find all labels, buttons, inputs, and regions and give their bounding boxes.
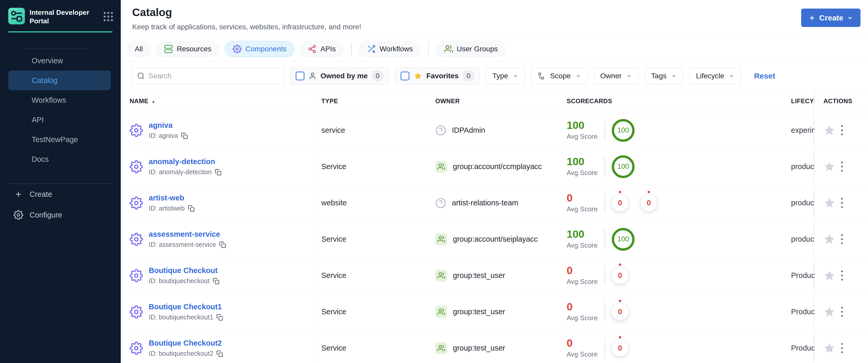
reset-filters-link[interactable]: Reset bbox=[754, 71, 775, 80]
favorite-star-icon[interactable] bbox=[824, 124, 835, 137]
component-name-link[interactable]: agniva bbox=[149, 121, 188, 130]
lifecycle-filter-dropdown[interactable]: Lifecycle bbox=[689, 67, 741, 85]
scorecard-gauges: 0 bbox=[612, 267, 628, 284]
copy-icon[interactable] bbox=[188, 205, 194, 212]
avg-score: 100 Avg Score bbox=[567, 120, 604, 141]
column-header-name[interactable]: Name ▲ bbox=[121, 90, 314, 112]
scorecard-gauge[interactable]: 100 bbox=[612, 119, 634, 142]
favorite-star-icon[interactable] bbox=[824, 342, 835, 354]
row-menu-kebab-icon[interactable] bbox=[839, 232, 845, 246]
component-name-link[interactable]: Boutique Checkout2 bbox=[149, 339, 223, 347]
tab-user-groups[interactable]: User Groups bbox=[436, 41, 506, 57]
row-menu-kebab-icon[interactable] bbox=[839, 159, 845, 174]
favorites-checkbox[interactable] bbox=[401, 71, 409, 80]
nav-divider bbox=[25, 49, 92, 49]
scope-filter-dropdown[interactable]: Scope bbox=[531, 67, 587, 85]
scorecard-gauge[interactable]: 0 bbox=[612, 267, 628, 284]
users-icon bbox=[444, 44, 453, 53]
favorite-star-icon[interactable] bbox=[824, 270, 835, 281]
favorite-star-icon[interactable] bbox=[824, 197, 835, 209]
scorecard-gauge[interactable]: 0 bbox=[641, 195, 657, 211]
api-hub-icon bbox=[308, 44, 317, 53]
owned-by-me-checkbox[interactable] bbox=[296, 71, 305, 80]
tags-filter-dropdown[interactable]: Tags bbox=[645, 67, 683, 85]
component-name-link[interactable]: anomaly-detection bbox=[149, 157, 221, 166]
copy-icon[interactable] bbox=[213, 278, 219, 284]
group-owner-icon bbox=[435, 306, 447, 318]
component-owner: group:test_user bbox=[453, 344, 505, 352]
row-menu-kebab-icon[interactable] bbox=[839, 305, 845, 319]
component-gear-icon bbox=[129, 160, 143, 174]
scorecard-gauge[interactable]: 0 bbox=[612, 304, 628, 320]
owned-by-me-filter[interactable]: Owned by me 0 bbox=[290, 67, 389, 85]
chevron-down-icon bbox=[576, 73, 581, 79]
chevron-down-icon bbox=[513, 73, 519, 79]
server-icon bbox=[164, 44, 173, 53]
tab-divider bbox=[428, 42, 429, 56]
sidebar-item-api[interactable]: API bbox=[8, 110, 111, 130]
score-divider bbox=[604, 157, 605, 177]
component-lifecycle: production bbox=[791, 162, 814, 171]
tab-divider bbox=[351, 42, 351, 56]
sidebar-item-testnewpage[interactable]: TestNewPage bbox=[8, 130, 111, 149]
tab-components[interactable]: Components bbox=[225, 41, 294, 57]
search-input[interactable] bbox=[149, 72, 279, 80]
component-lifecycle: production bbox=[791, 199, 814, 207]
favorite-star-icon[interactable] bbox=[824, 233, 835, 245]
row-menu-kebab-icon[interactable] bbox=[839, 268, 845, 283]
search-box[interactable] bbox=[132, 67, 284, 85]
copy-icon[interactable] bbox=[219, 241, 226, 248]
column-header-lifecycle[interactable]: Lifecycle bbox=[791, 90, 814, 112]
component-owner: group:test_user bbox=[453, 271, 505, 280]
column-header-owner[interactable]: Owner bbox=[433, 90, 565, 112]
table-row: agniva ID: agniva service IDPAdmin bbox=[121, 112, 868, 149]
tab-workflows[interactable]: Workflows bbox=[359, 41, 421, 57]
component-name-link[interactable]: assessment-service bbox=[149, 230, 226, 239]
sidebar-item-overview[interactable]: Overview bbox=[8, 51, 111, 70]
favorites-filter[interactable]: Favorites 0 bbox=[395, 67, 480, 85]
type-filter-dropdown[interactable]: Type bbox=[486, 67, 525, 85]
sidebar-configure-button[interactable]: Configure bbox=[0, 205, 121, 225]
copy-icon[interactable] bbox=[215, 169, 221, 176]
row-menu-kebab-icon[interactable] bbox=[839, 341, 845, 355]
tab-all[interactable]: All bbox=[127, 41, 151, 57]
table-body: agniva ID: agniva service IDPAdmin bbox=[121, 112, 868, 363]
column-header-scorecards[interactable]: Scorecards bbox=[565, 90, 791, 112]
favorite-star-icon[interactable] bbox=[824, 306, 835, 318]
row-menu-kebab-icon[interactable] bbox=[839, 196, 845, 210]
scorecard-gauge[interactable]: 100 bbox=[612, 228, 634, 251]
chevron-down-icon bbox=[847, 15, 853, 21]
sidebar-item-docs[interactable]: Docs bbox=[8, 149, 111, 169]
owner-filter-dropdown[interactable]: Owner bbox=[594, 67, 639, 85]
scorecard-gauge[interactable]: 0 bbox=[612, 340, 628, 357]
create-button[interactable]: Create bbox=[801, 8, 861, 27]
scorecard-gauge[interactable]: 100 bbox=[612, 155, 634, 178]
column-header-type[interactable]: Type bbox=[314, 90, 433, 112]
component-name-link[interactable]: Boutique Checkout1 bbox=[149, 303, 223, 311]
component-owner: artist-relations-team bbox=[452, 199, 518, 207]
scorecard-gauge[interactable]: 0 bbox=[612, 195, 628, 211]
component-id: ID: anomaly-detection bbox=[149, 168, 221, 176]
sidebar-item-workflows[interactable]: Workflows bbox=[8, 90, 111, 110]
score-divider bbox=[604, 230, 605, 249]
copy-icon[interactable] bbox=[181, 132, 188, 139]
sidebar-item-catalog[interactable]: Catalog bbox=[8, 70, 111, 90]
copy-icon[interactable] bbox=[216, 350, 223, 357]
component-gear-icon bbox=[129, 196, 143, 210]
component-name-link[interactable]: Boutique Checkout bbox=[149, 266, 219, 275]
app-switcher-icon[interactable] bbox=[104, 12, 113, 21]
tab-resources[interactable]: Resources bbox=[156, 41, 219, 57]
sort-asc-icon: ▲ bbox=[152, 99, 155, 103]
workflow-icon bbox=[367, 44, 376, 53]
favorite-star-icon[interactable] bbox=[824, 161, 835, 173]
component-name-link[interactable]: artist-web bbox=[149, 194, 194, 202]
tab-apis[interactable]: APIs bbox=[300, 41, 344, 57]
sidebar-create-button[interactable]: Create bbox=[0, 184, 121, 205]
component-gear-icon bbox=[129, 269, 143, 282]
page-header: Catalog Keep track of applications, serv… bbox=[121, 0, 868, 36]
avg-score: 100 Avg Score bbox=[567, 156, 604, 177]
row-menu-kebab-icon[interactable] bbox=[839, 123, 845, 138]
copy-icon[interactable] bbox=[216, 314, 223, 321]
group-owner-icon bbox=[435, 161, 447, 173]
chevron-down-icon bbox=[729, 73, 735, 79]
